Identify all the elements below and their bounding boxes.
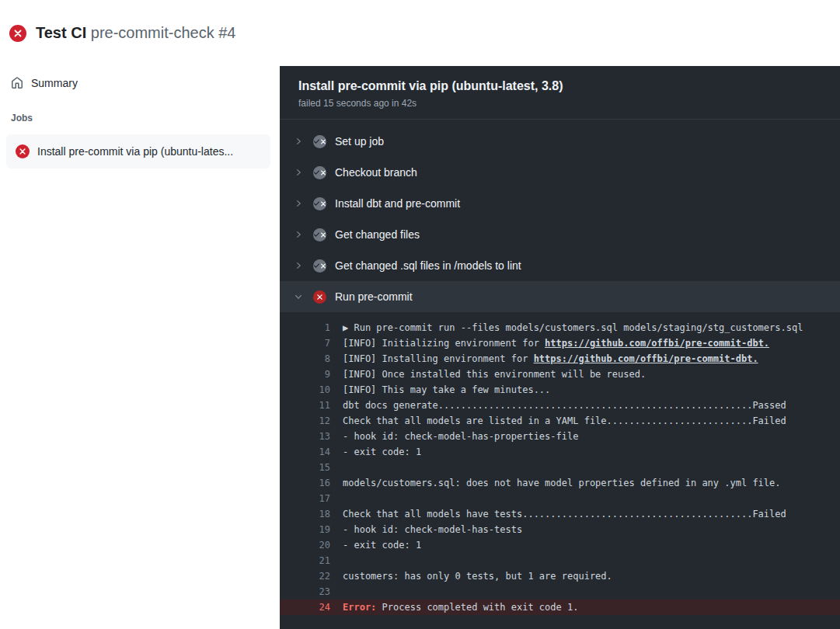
log-line-text: [INFO] Installing environment for https:… (330, 351, 758, 367)
log-line-number[interactable]: 21 (280, 553, 330, 568)
job-label: Install pre-commit via pip (ubuntu-lates… (37, 145, 233, 158)
step-row[interactable]: Checkout branch (280, 157, 840, 188)
log-line-number[interactable]: 17 (280, 491, 330, 506)
step-status-icon (313, 228, 326, 242)
log-line-text (330, 584, 343, 599)
log-line-number[interactable]: 1 (280, 320, 330, 335)
workflow-name: Test CI (36, 24, 86, 41)
step-label: Install dbt and pre-commit (335, 197, 460, 210)
log-line: 8 [INFO] Installing environment for http… (280, 351, 840, 367)
log-line: 1 ▶ Run pre-commit run --files models/cu… (280, 320, 840, 335)
step-status-icon (313, 290, 326, 304)
log-line-number[interactable]: 15 (280, 460, 330, 475)
jobs-section-label: Jobs (11, 113, 270, 125)
log-text-segment: Process completed with exit code 1. (376, 602, 578, 613)
log-output: 1 ▶ Run pre-commit run --files models/cu… (280, 312, 840, 629)
log-line: 23 (280, 584, 840, 599)
log-text-segment: customers: has only 0 tests, but 1 are r… (343, 571, 612, 582)
log-line-text: models/customers.sql: does not have mode… (330, 475, 781, 491)
log-line-text: - exit code: 1 (330, 537, 421, 553)
log-line: 16 models/customers.sql: does not have m… (280, 475, 840, 491)
log-line-number[interactable]: 19 (280, 522, 330, 537)
step-list: Set up job Checkout branch Install dbt a… (280, 120, 840, 312)
job-status-text: failed 15 seconds ago in 42s (298, 98, 821, 109)
log-line-number[interactable]: 7 (280, 335, 330, 351)
log-text-segment: dbt docs generate.......................… (343, 400, 786, 411)
log-text-segment: - exit code: 1 (343, 540, 421, 551)
log-line-text: Error: Process completed with exit code … (330, 599, 578, 615)
log-line-number[interactable]: 10 (280, 382, 330, 398)
log-line-text: [INFO] Initializing environment for http… (330, 335, 769, 351)
step-label: Checkout branch (335, 166, 417, 179)
log-line-number[interactable]: 13 (280, 429, 330, 444)
log-line-number[interactable]: 8 (280, 351, 330, 367)
workflow-run-page: Test CI pre-commit-check #4 Summary Jobs… (0, 0, 840, 629)
log-line: 18 Check that all models have tests.....… (280, 506, 840, 522)
step-row[interactable]: Get changed files (280, 219, 840, 250)
log-line: 9 [INFO] Once installed this environment… (280, 367, 840, 382)
log-text-segment: - hook id: check-model-has-tests (343, 524, 522, 535)
job-failed-icon (16, 144, 30, 158)
run-failed-icon (9, 25, 26, 42)
log-line-number[interactable]: 9 (280, 367, 330, 382)
sidebar-item-summary[interactable]: Summary (6, 71, 270, 96)
log-line-text: ▶ Run pre-commit run --files models/cust… (330, 320, 803, 335)
log-text-segment: - exit code: 1 (343, 447, 421, 457)
log-text-segment: Check that all models are listed in a YA… (343, 415, 786, 426)
log-line-text: customers: has only 0 tests, but 1 are r… (330, 568, 612, 584)
log-line-number[interactable]: 18 (280, 506, 330, 522)
log-line-number[interactable]: 14 (280, 444, 330, 460)
chevron-right-icon (292, 259, 305, 272)
run-name: pre-commit-check #4 (91, 24, 236, 41)
home-icon (11, 77, 23, 89)
log-line: 22 customers: has only 0 tests, but 1 ar… (280, 568, 840, 584)
log-text-segment: [INFO] Once installed this environment w… (343, 369, 646, 380)
log-line-number[interactable]: 16 (280, 475, 330, 491)
log-line-number[interactable]: 20 (280, 537, 330, 553)
log-line: 11 dbt docs generate....................… (280, 398, 840, 413)
step-row[interactable]: Set up job (280, 126, 840, 157)
sidebar-job-item[interactable]: Install pre-commit via pip (ubuntu-lates… (6, 134, 270, 169)
log-line-number[interactable]: 11 (280, 398, 330, 413)
log-line: 21 (280, 553, 840, 568)
log-text-segment: [INFO] Initializing environment for (343, 338, 545, 349)
log-line: 17 (280, 491, 840, 506)
log-line-number[interactable]: 23 (280, 584, 330, 599)
log-line-text: Check that all models have tests........… (330, 506, 786, 522)
step-status-icon (313, 135, 326, 148)
log-line-text: - hook id: check-model-has-properties-fi… (330, 429, 578, 444)
job-title: Install pre-commit via pip (ubuntu-lates… (298, 79, 821, 93)
log-line-text: dbt docs generate.......................… (330, 398, 786, 413)
log-line: 10 [INFO] This may take a few minutes... (280, 382, 840, 398)
log-text-segment: [INFO] This may take a few minutes... (343, 384, 550, 395)
step-row[interactable]: Get changed .sql files in /models to lin… (280, 250, 840, 281)
chevron-right-icon (292, 135, 305, 148)
log-line: 19 - hook id: check-model-has-tests (280, 522, 840, 537)
step-label: Set up job (335, 135, 384, 148)
log-text-segment: - hook id: check-model-has-properties-fi… (343, 431, 578, 442)
run-header: Test CI pre-commit-check #4 (0, 0, 840, 66)
log-line: 7 [INFO] Initializing environment for ht… (280, 335, 840, 351)
summary-label: Summary (31, 77, 78, 89)
log-line-number[interactable]: 12 (280, 413, 330, 429)
log-line: 20 - exit code: 1 (280, 537, 840, 553)
page-title: Test CI pre-commit-check #4 (36, 24, 235, 42)
log-text-segment: Check that all models have tests........… (343, 509, 786, 520)
chevron-down-icon (292, 290, 305, 303)
chevron-right-icon (292, 197, 305, 210)
log-line-text (330, 553, 343, 568)
log-line-number[interactable]: 22 (280, 568, 330, 584)
step-row[interactable]: Run pre-commit (280, 281, 840, 312)
chevron-right-icon (292, 166, 305, 179)
job-panel-header: Install pre-commit via pip (ubuntu-lates… (280, 66, 840, 120)
log-line-text: - hook id: check-model-has-tests (330, 522, 522, 537)
step-row[interactable]: Install dbt and pre-commit (280, 188, 840, 219)
log-line-text: [INFO] This may take a few minutes... (330, 382, 550, 398)
log-link[interactable]: https://github.com/offbi/pre-commit-dbt. (534, 353, 758, 364)
chevron-right-icon (292, 228, 305, 241)
log-line-number[interactable]: 24 (280, 599, 330, 615)
log-line-text (330, 491, 343, 506)
step-status-icon (313, 259, 326, 273)
log-text-segment: models/customers.sql: does not have mode… (343, 478, 781, 488)
log-link[interactable]: https://github.com/offbi/pre-commit-dbt. (545, 338, 769, 349)
